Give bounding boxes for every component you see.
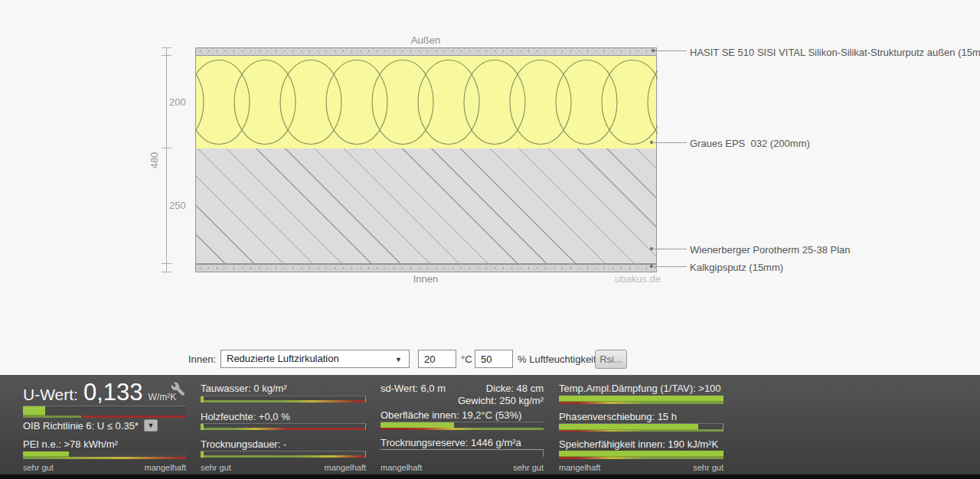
results-panel: U-Wert: 0,133 W/m²K OIB Richtlinie 6: U … [0,375,980,474]
dimension-line [166,47,167,272]
trocknungsdauer-bar-scale [201,455,365,458]
u-value-label: U-Wert: [23,386,78,404]
sd-value-label: sd-Wert: 6,0 m [381,383,446,394]
temperature-unit: °C [461,354,472,365]
trocknungsdauer-bar [201,451,366,458]
inner-conditions-label: Innen: [188,354,216,365]
label-render-outer: HASIT SE 510 SISI VITAL Silikon-Silikat-… [690,47,980,58]
oib-guideline-row: OIB Richtlinie 6: U ≤ 0.35* ▼ [23,419,158,432]
leader-dot [650,247,653,250]
air-circulation-value: Reduzierte Luftzirkulation [227,353,339,364]
pei-bar-indicator [23,451,69,457]
tauwasser-bar-marker [201,396,204,402]
layer-masonry [196,148,656,264]
surface-temp-bar [381,422,544,430]
pei-label: PEI n.e.: >78 kWh/m² [23,438,118,450]
holzfeuchte-bar-marker [201,424,204,430]
u-value-scale-labels: sehr gut mangelhaft [23,463,186,472]
pei-bar [23,451,186,459]
inside-label: Innen [387,273,464,285]
u-value-bar-scale [23,415,186,418]
label-masonry: Wienerberger Porotherm 25-38 Plan [690,244,851,256]
surface-temp-label: Oberfläche innen: 19,2°C (53%) [381,409,521,421]
surface-scale-labels: mangelhaft sehr gut [381,463,544,472]
air-circulation-select[interactable]: Reduzierte Luftzirkulation ▼ [220,350,410,368]
speicherfaehigkeit-label: Speicherfähigkeit innen: 190 kJ/m²K [559,438,718,450]
wrench-icon[interactable] [171,382,185,396]
leader-dot [650,141,653,144]
scale-left-label: mangelhaft [559,463,600,472]
label-plaster-inner: Kalkgipsputz (15mm) [690,262,783,273]
u-value-title: U-Wert: 0,133 W/m²K [23,379,176,406]
wall-cross-section [195,47,657,272]
tauwasser-label: Tauwasser: 0 kg/m² [201,383,287,394]
layer-render-outer [196,47,656,56]
surface-temp-bar-scale [381,428,544,430]
u-value-bar-indicator [23,406,45,415]
leader-line [655,51,687,51]
thickness-label: Dicke: 48 cm [486,383,544,394]
u-value-bar [23,406,186,418]
phasenverschiebung-bar [559,423,724,432]
tauwasser-bar-scale [201,400,365,402]
trocknungsdauer-label: Trocknungsdauer: - [201,438,286,450]
watermark: ubakus.de [615,273,661,285]
dimension-total: 480 [149,152,160,169]
outside-label: Außen [387,34,464,46]
temp-ampl-bar-scale [559,402,724,404]
scale-right-label: sehr gut [513,463,544,472]
temp-ampl-label: Temp.Ampl.Dämpfung (1/TAV): >100 [559,383,721,394]
phasenverschiebung-label: Phasenverschiebung: 15 h [559,411,677,422]
dimension-tick [162,47,172,48]
speicherfaehigkeit-bar [559,451,724,459]
chevron-down-icon: ▼ [147,422,154,429]
dimension-tick [162,263,172,264]
phasenverschiebung-bar-indicator [559,424,698,430]
dimension-tick [162,148,172,148]
scale-left-label: sehr gut [201,463,231,472]
scale-right-label: mangelhaft [145,463,186,472]
leader-dot [650,265,653,268]
trocknungsdauer-bar-marker [201,451,204,458]
dimension-masonry: 250 [169,200,186,211]
speicherfaehigkeit-bar-scale [559,457,724,459]
leader-line [654,142,687,143]
drying-reserve-bar [381,449,544,457]
sd-dicke-row: sd-Wert: 6,0 m Dicke: 48 cm [381,383,544,394]
bottom-strip [0,474,980,479]
humidity-input[interactable] [475,350,513,368]
scale-left-label: sehr gut [23,463,54,472]
dimension-tick [162,55,172,56]
label-eps: Graues EPS 032 (200mm) [690,138,810,149]
dimension-eps: 200 [169,96,186,108]
scale-right-label: sehr gut [693,463,724,472]
u-value-number: 0,133 [83,379,143,406]
temp-ampl-bar [559,396,724,404]
guideline-dropdown-button[interactable]: ▼ [144,419,158,432]
layer-eps-insulation [196,56,656,148]
oib-guideline-label: OIB Richtlinie 6: U ≤ 0.35* [23,420,139,432]
temperature-input[interactable] [418,350,456,368]
holzfeuchte-bar [201,423,366,430]
rsi-button[interactable]: Rsi... [595,350,627,369]
leader-dot [652,49,655,52]
leader-line [654,249,687,249]
dimension-tick [162,272,172,272]
drying-reserve-label: Trocknungsreserve: 1446 g/m²a [381,437,521,448]
layer-plaster-inner [196,264,656,272]
speicherfaehigkeit-bar-indicator [559,451,724,457]
pei-bar-scale [23,457,186,459]
leader-line [654,266,687,267]
humidity-unit: % Luftfeuchtigkeit [518,354,596,365]
moisture-scale-labels: sehr gut mangelhaft [201,463,366,472]
ubakus-u-value-calculator: { "diagram": { "outside_label": "Außen",… [0,0,980,479]
heat-scale-labels: mangelhaft sehr gut [559,463,724,472]
temp-ampl-bar-indicator [559,396,724,402]
holzfeuchte-label: Holzfeuchte: +0,0 % [201,411,290,422]
weight-label: Gewicht: 250 kg/m² [381,395,544,406]
tauwasser-bar [201,396,366,402]
holzfeuchte-bar-scale [201,428,365,430]
scale-right-label: mangelhaft [325,463,366,472]
eps-pattern [196,56,658,148]
chevron-down-icon: ▼ [395,351,402,368]
